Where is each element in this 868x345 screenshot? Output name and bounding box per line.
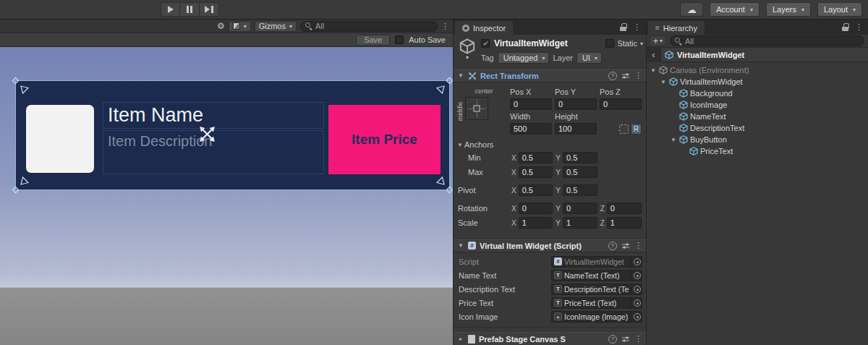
component-menu-icon[interactable]: ⋮ <box>634 71 642 80</box>
pos-y-field[interactable]: 0 <box>555 98 597 110</box>
help-icon[interactable]: ? <box>608 335 617 344</box>
selection-handle[interactable] <box>12 187 20 194</box>
save-button[interactable]: Save <box>356 35 390 46</box>
menu-icon[interactable]: ⋮ <box>855 22 863 32</box>
anchor-handle-icon[interactable] <box>20 85 30 95</box>
object-picker-icon[interactable] <box>631 312 642 322</box>
gizmos-dropdown[interactable]: Gizmos ▾ <box>255 21 297 32</box>
create-object-button[interactable]: + ▾ <box>650 35 666 46</box>
pause-button[interactable] <box>180 2 200 17</box>
anchor-min-y-field[interactable]: 0.5 <box>563 152 597 163</box>
hierarchy-item-background[interactable]: Background <box>647 88 868 99</box>
foldout-icon[interactable]: ▼ <box>650 67 657 74</box>
help-icon[interactable]: ? <box>608 242 617 250</box>
cloud-button[interactable]: ☁ <box>680 2 703 17</box>
foldout-icon[interactable]: ▼ <box>660 79 667 85</box>
preset-icon[interactable] <box>621 242 630 250</box>
virtual-item-widget-canvas[interactable]: Item Name Item Description Item Price <box>16 81 449 189</box>
hierarchy-search-input[interactable]: All <box>670 35 864 46</box>
selection-handle[interactable] <box>12 77 20 85</box>
tag-dropdown[interactable]: Untagged▾ <box>498 52 550 64</box>
pos-x-field[interactable]: 0 <box>510 98 552 110</box>
hierarchy-item-iconimage[interactable]: IconImage <box>647 99 868 111</box>
component-menu-icon[interactable]: ⋮ <box>634 334 642 344</box>
scale-x-field[interactable]: 1 <box>519 217 553 229</box>
rect-transform-header[interactable]: ▼ Rect Transform ? ⋮ <box>454 69 646 82</box>
static-checkbox[interactable] <box>605 39 614 48</box>
foldout-icon[interactable]: ▼ <box>670 137 677 143</box>
pivot-x-field[interactable]: 0.5 <box>519 184 553 196</box>
raw-edit-button[interactable]: R <box>631 124 642 135</box>
selection-handle[interactable] <box>446 77 453 85</box>
selection-handle[interactable] <box>446 187 453 194</box>
back-button[interactable]: ‹ <box>647 48 661 62</box>
name-text-object-field[interactable]: NameText (Text) <box>551 270 642 281</box>
pivot-y-field[interactable]: 0.5 <box>563 184 597 196</box>
anchors-foldout[interactable]: ▼ Anchors <box>456 140 642 149</box>
gameobject-name-field[interactable]: VirtualItemWidget <box>494 38 601 48</box>
anchor-handle-icon[interactable] <box>435 176 446 186</box>
scene-menu-icon[interactable]: ⋮ <box>441 22 449 31</box>
hierarchy-item-buybutton[interactable]: ▼ BuyButton <box>647 134 868 145</box>
lock-icon[interactable] <box>620 23 626 31</box>
anchor-preset-button[interactable] <box>465 97 488 120</box>
scale-z-field[interactable]: 1 <box>607 217 642 229</box>
pos-z-field[interactable]: 0 <box>600 98 642 110</box>
anchor-min-x-field[interactable]: 0.5 <box>519 152 553 163</box>
menu-icon[interactable]: ⋮ <box>633 22 641 32</box>
anchor-max-x-field[interactable]: 0.5 <box>519 166 553 178</box>
preset-icon[interactable] <box>621 72 630 80</box>
shading-mode-dropdown[interactable]: ▾ <box>229 21 251 32</box>
object-picker-icon[interactable] <box>631 271 642 281</box>
object-picker-icon[interactable] <box>631 257 642 267</box>
height-field[interactable]: 100 <box>555 123 597 135</box>
rotation-y-field[interactable]: 0 <box>563 203 597 214</box>
virtual-item-widget-header[interactable]: ▼ Virtual Item Widget (Script) ? ⋮ <box>454 239 646 252</box>
buy-button[interactable]: Item Price <box>328 105 441 174</box>
anchor-max-y-field[interactable]: 0.5 <box>563 166 597 178</box>
width-field[interactable]: 500 <box>510 123 552 135</box>
static-toggle[interactable]: Static ▾ <box>605 39 643 48</box>
active-checkbox[interactable]: ✓ <box>481 39 490 48</box>
hierarchy-item-nametext[interactable]: NameText <box>647 111 868 122</box>
rect-transform-gizmo-icon[interactable] <box>197 124 217 144</box>
hierarchy-item-pricetext[interactable]: PriceText <box>647 145 868 157</box>
object-picker-icon[interactable] <box>631 284 642 294</box>
scene-viewport[interactable]: Item Name Item Description Item Price <box>0 47 453 345</box>
tab-inspector[interactable]: Inspector <box>455 21 513 35</box>
hierarchy-item-descriptiontext[interactable]: DescriptionText <box>647 122 868 134</box>
layer-dropdown[interactable]: UI▾ <box>576 52 602 64</box>
scene-search-input[interactable]: All <box>300 21 438 32</box>
tools-icon[interactable]: ⚙ <box>217 21 225 31</box>
layers-dropdown[interactable]: Layers▾ <box>766 2 811 17</box>
foldout-icon[interactable]: ▸ <box>457 336 464 342</box>
icon-image[interactable] <box>26 105 94 173</box>
auto-save-checkbox[interactable] <box>395 35 404 44</box>
prefab-stage-canvas-header[interactable]: ▸ Prefab Stage Canvas S ? ⋮ <box>454 332 646 345</box>
description-text-object-field[interactable]: DescriptionText (Text) <box>551 284 642 295</box>
rotation-x-field[interactable]: 0 <box>519 203 553 214</box>
layout-dropdown[interactable]: Layout▾ <box>817 2 862 17</box>
rotation-z-field[interactable]: 0 <box>607 203 642 214</box>
help-icon[interactable]: ? <box>608 72 617 80</box>
price-text-object-field[interactable]: PriceText (Text) <box>551 297 642 309</box>
blueprint-mode-icon[interactable] <box>619 124 629 134</box>
object-picker-icon[interactable] <box>631 298 642 308</box>
tab-hierarchy[interactable]: ≡ Hierarchy <box>648 21 705 35</box>
play-button[interactable] <box>161 2 180 17</box>
foldout-icon[interactable]: ▼ <box>457 242 464 249</box>
anchor-handle-icon[interactable] <box>435 85 446 95</box>
icon-image-object-field[interactable]: IconImage (Image) <box>551 311 642 323</box>
foldout-icon[interactable]: ▼ <box>457 72 464 79</box>
preset-icon[interactable] <box>621 335 630 344</box>
anchor-handle-icon[interactable] <box>20 176 30 186</box>
lock-icon[interactable] <box>842 23 848 31</box>
scale-y-field[interactable]: 1 <box>563 217 597 229</box>
hierarchy-item-canvas-environment[interactable]: ▼ Canvas (Environment) <box>647 64 868 76</box>
script-object-field[interactable]: VirtualItemWidget <box>551 256 642 268</box>
icon-dropdown-icon[interactable]: ▾ <box>466 54 469 61</box>
hierarchy-item-virtualitemwidget[interactable]: ▼ VirtualItemWidget <box>647 76 868 88</box>
step-button[interactable] <box>200 2 219 17</box>
account-dropdown[interactable]: Account▾ <box>710 2 760 17</box>
component-menu-icon[interactable]: ⋮ <box>634 241 642 250</box>
